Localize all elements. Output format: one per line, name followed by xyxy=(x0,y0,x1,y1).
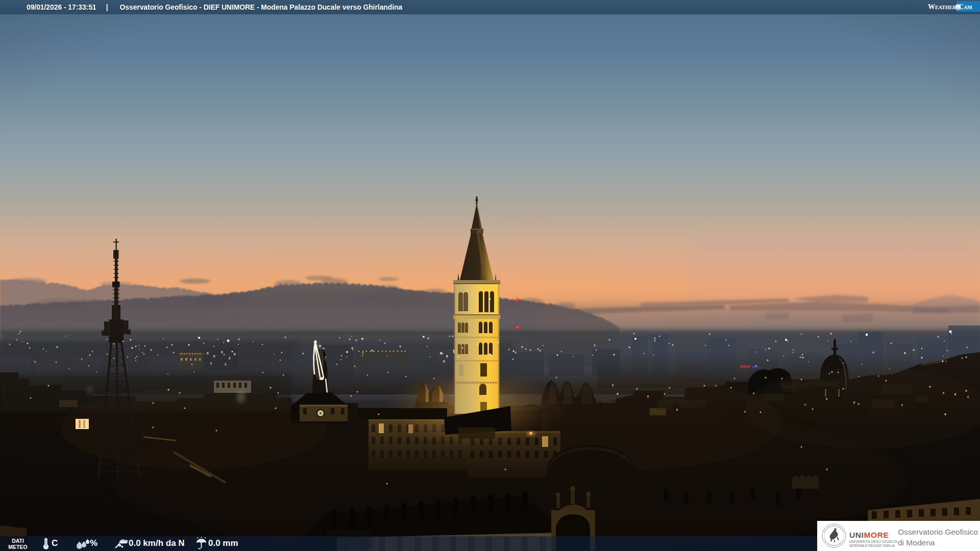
svg-text:UNIVERSITÀ DEGLI STUDI DI: UNIVERSITÀ DEGLI STUDI DI xyxy=(849,539,897,543)
svg-text:UNIMORE: UNIMORE xyxy=(849,531,889,539)
svg-text:di Modena: di Modena xyxy=(898,538,935,547)
svg-text:MODENA E REGGIO EMILIA: MODENA E REGGIO EMILIA xyxy=(849,544,895,547)
svg-text:Osservatorio Geofisico: Osservatorio Geofisico xyxy=(898,528,978,536)
